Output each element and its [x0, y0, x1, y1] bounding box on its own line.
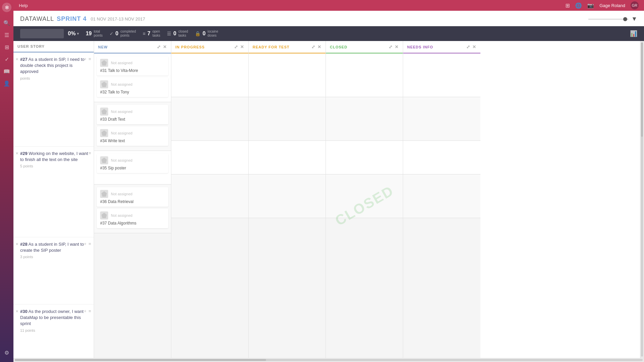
avatar-inner	[101, 158, 107, 163]
avatar-placeholder	[100, 80, 108, 88]
board-area: USER STORY ✕ + ≡ #27 As a student in SIP…	[13, 41, 644, 358]
sidebar: ❄ 🔍 ☰ ⊞ ✓ 📖 👤 ⚙	[0, 0, 13, 362]
list-item[interactable]: ✕ + ≡ #28 As a student in SIP, I want to…	[13, 237, 94, 305]
sprint-name[interactable]: SPRINT 4	[57, 15, 87, 23]
horizontal-scrollbar[interactable]	[13, 358, 644, 362]
close-icon[interactable]: ✕	[15, 57, 18, 62]
add-icon[interactable]: +	[84, 56, 87, 62]
expand-icon[interactable]: ⤢	[311, 44, 315, 49]
grid-icon[interactable]: ⊞	[565, 2, 570, 9]
task-title: #36 Data Retrieval	[100, 199, 165, 204]
story-points: 11 points	[20, 328, 90, 332]
story-points: 3 points	[20, 255, 90, 259]
list-item[interactable]: ✕ + ≡ #29 Working on the website, I want…	[13, 147, 94, 237]
not-assigned-label: Not assigned	[111, 61, 132, 65]
user-story-list: ✕ + ≡ #27 As a student in SIP, I need to…	[13, 52, 94, 358]
list-item[interactable]: ✕ + ≡ #27 As a student in SIP, I need to…	[13, 52, 94, 147]
expand-icon[interactable]: ⤢	[466, 44, 470, 49]
list-icon[interactable]: ≡	[88, 56, 91, 62]
kanban-row-segment: Not assigned #35 Sip poster	[94, 151, 171, 185]
expand-icon[interactable]: ⤢	[234, 44, 238, 49]
list-icon[interactable]: ≡	[88, 151, 91, 156]
task-card[interactable]: Not assigned #36 Data Retrieval	[97, 187, 168, 207]
list-item[interactable]: ✕ + ≡ #30 As the product owner, I want D…	[13, 305, 94, 358]
iocaine-label: iocainedoses	[208, 30, 218, 38]
app-logo[interactable]: ❄	[2, 3, 11, 12]
avatar-inner	[101, 130, 107, 136]
search-input[interactable]	[20, 29, 64, 38]
sidebar-item-wiki[interactable]: 📖	[1, 66, 12, 77]
close-icon[interactable]: ✕	[15, 151, 18, 156]
sidebar-item-tasks[interactable]: ✓	[1, 54, 12, 65]
sidebar-item-menu[interactable]: ☰	[1, 30, 12, 40]
vertical-scrollbar[interactable]	[640, 41, 644, 358]
collapse-icon[interactable]: ✕	[163, 44, 167, 49]
kanban-col-new: NEW ⤢ ✕	[94, 41, 171, 358]
sidebar-item-board[interactable]: ⊞	[1, 42, 12, 52]
needs-info-col-header: NEEDS INFO ⤢ ✕	[403, 41, 480, 53]
v-scroll-track	[641, 42, 643, 357]
story-title: #27 As a student in SIP, I need to doubl…	[20, 56, 90, 75]
lock-icon: 🔒	[195, 31, 201, 36]
avatar-placeholder	[100, 156, 108, 164]
task-card[interactable]: Not assigned #31 Talk to Vita-More	[97, 56, 168, 76]
task-card-header: Not assigned	[100, 190, 165, 198]
globe-icon[interactable]: 🌐	[575, 2, 582, 9]
kanban-empty-segment	[326, 141, 403, 174]
add-icon[interactable]: +	[84, 241, 87, 246]
kanban-row-segment: Not assigned #31 Talk to Vita-More Not a…	[94, 53, 171, 102]
collapse-icon[interactable]: ✕	[472, 44, 476, 49]
new-col-body: Not assigned #31 Talk to Vita-More Not a…	[94, 53, 171, 358]
help-label[interactable]: Help	[19, 3, 28, 8]
task-card-header: Not assigned	[100, 129, 165, 137]
closed-label: CLOSED	[330, 45, 347, 49]
task-title: #35 Sip poster	[100, 166, 165, 170]
task-card[interactable]: Not assigned #34 Write text	[97, 126, 168, 146]
task-card[interactable]: Not assigned #33 Draft Text	[97, 105, 168, 124]
kanban-row-segment: Not assigned #36 Data Retrieval Not assi…	[94, 185, 171, 233]
task-title: #37 Data Algorithms	[100, 221, 165, 226]
kanban-empty-segment	[249, 174, 326, 218]
list-icon[interactable]: ≡	[88, 309, 91, 314]
sidebar-item-settings[interactable]: ⚙	[1, 347, 12, 358]
close-icon[interactable]: ✕	[15, 242, 18, 246]
sidebar-item-team[interactable]: 👤	[1, 78, 12, 89]
collapse-icon[interactable]: ✕	[395, 44, 399, 49]
close-icon[interactable]: ✕	[15, 309, 18, 314]
iocaine-stat: 🔒 0 iocainedoses	[195, 30, 218, 38]
kanban-empty-segment	[249, 53, 326, 97]
avatar-placeholder	[100, 59, 108, 67]
stats-dropdown[interactable]: ▾	[77, 31, 79, 36]
sidebar-item-search[interactable]: 🔍	[1, 17, 12, 28]
story-title: #28 As a student in SIP, I want to creat…	[20, 241, 90, 253]
story-title: #30 As the product owner, I want DataMap…	[20, 309, 90, 327]
user-story-column: USER STORY ✕ + ≡ #27 As a student in SIP…	[13, 41, 94, 358]
bar-chart-icon[interactable]: 📊	[630, 30, 637, 37]
avatar[interactable]: GR	[631, 1, 639, 9]
collapse-icon[interactable]: ✕	[317, 44, 321, 49]
kanban-empty-segment	[171, 53, 248, 97]
avatar-inner	[101, 82, 107, 87]
task-card[interactable]: Not assigned #32 Talk to Tony	[97, 78, 168, 97]
add-icon[interactable]: +	[84, 151, 87, 156]
task-card[interactable]: Not assigned #37 Data Algorithms	[97, 209, 168, 228]
add-icon[interactable]: +	[84, 309, 87, 314]
h-scroll-thumb	[15, 359, 266, 361]
iocaine-number: 0	[203, 31, 206, 37]
filter-icon[interactable]: ▼	[631, 15, 637, 23]
collapse-icon[interactable]: ✕	[240, 44, 244, 49]
expand-icon[interactable]: ⤢	[389, 44, 393, 49]
task-card[interactable]: Not assigned #35 Sip poster	[97, 154, 168, 173]
main-area: Help ⊞ 🌐 📷 Gage Roland GR DATAWALL SPRIN…	[13, 0, 644, 362]
list-icon[interactable]: ≡	[88, 241, 91, 246]
avatar-placeholder	[100, 211, 108, 219]
expand-icon[interactable]: ⤢	[157, 44, 161, 49]
col-header-icons: ⤢ ✕	[157, 44, 167, 49]
slider-track	[588, 19, 629, 19]
total-points-stat: 19 totalpoints	[86, 30, 102, 38]
slider-thumb	[623, 17, 627, 21]
camera-icon[interactable]: 📷	[587, 2, 594, 9]
filter-slider[interactable]	[588, 19, 629, 19]
kanban-empty-segment	[249, 97, 326, 141]
kanban-empty-segment	[249, 141, 326, 174]
